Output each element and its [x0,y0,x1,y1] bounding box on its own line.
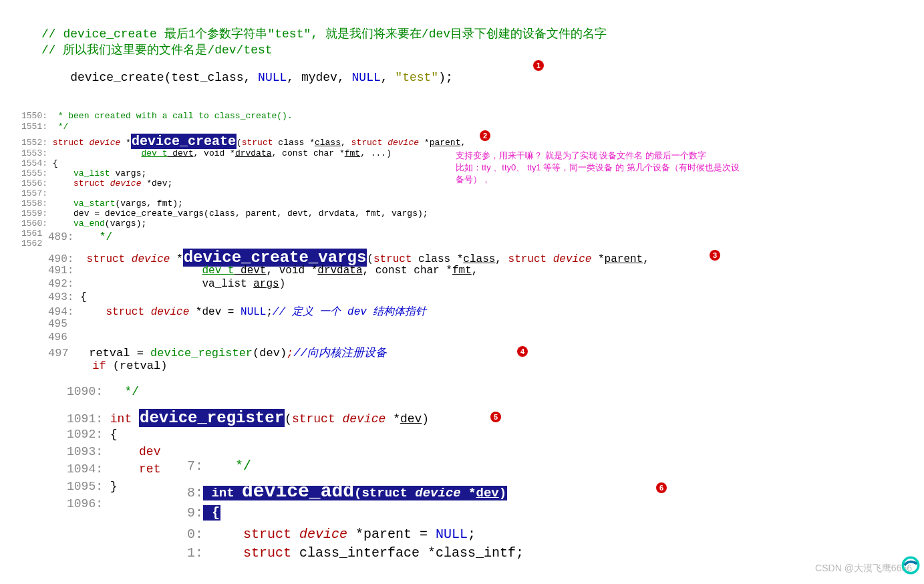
ln-b4-7: 7: */ [187,458,251,474]
code-article: // device_create 最后1个参数字符串"test", 就是我们将来… [0,0,924,584]
ln1091: 1091: int device_register(struct device … [67,409,429,427]
fn-device-create: device_create [131,134,237,149]
watermark: CSDN @大漠飞鹰6666 [815,563,912,575]
ln1553: 1553: dev_t devt, void *drvdata, const c… [21,148,392,158]
ln1090: 1090: */ [67,385,139,398]
ln1556: 1556: struct device *dev; [21,178,172,188]
fn-device-add: device_add [242,481,354,502]
ln1555: 1555: va_list vargs; [21,168,146,178]
ln1559: 1559: dev = device_create_vargs(class, p… [21,208,428,218]
edge-logo-icon [901,556,920,577]
ln1093: 1093: dev [67,445,160,458]
ln497: 497 retval = device_register(dev);//向内核注… [48,345,387,360]
ln-b4-9: 9: { [187,505,220,521]
ln489: 489: */ [48,231,112,243]
if-line: if (retval) [86,359,167,372]
ln-b4-11: 1: struct class_interface *class_intf; [187,545,524,561]
top-call: device_create(test_class, NULL, mydev, N… [41,57,453,98]
fn-device-register: device_register [139,409,285,427]
ln495: 495 [48,318,67,330]
ln491: 491: dev_t devt, void *drvdata, const ch… [48,265,478,277]
ln1096: 1096: [67,497,103,510]
ln1550: 1550: * been created with a call to clas… [21,111,293,121]
ln1094: 1094: ret [67,462,160,476]
ln1557: 1557: [21,188,47,198]
ln-b4-8: 8: int device_add(struct device *dev) [187,481,507,502]
badge-2: 2 [480,130,490,141]
ln1092: 1092: { [67,428,118,441]
ln496: 496 [48,331,67,343]
ln1558: 1558: va_start(vargs, fmt); [21,198,183,208]
ln-b4-10: 0: struct device *parent = NULL; [187,527,476,542]
annotation: 支持变参，用来干嘛？ 就是为了实现 设备文件名 的最后一个数字 比如：tty 、… [456,150,743,186]
ln493: 493: { [48,291,87,303]
ln494: 494: struct device *dev = NULL;// 定义 一个 … [48,305,427,319]
badge-3: 3 [710,250,720,261]
ln490: 490: struct device *device_create_vargs(… [48,249,649,267]
ln1095: 1095: } [67,480,118,493]
ln1560: 1560: va_end(vargs); [21,218,146,229]
badge-6: 6 [656,482,667,493]
fn-device-create-vargs: device_create_vargs [183,249,367,267]
ln1561: 1561 [21,229,42,239]
comment-1: // device_create 最后1个参数字符串"test", 就是我们将来… [41,25,607,41]
badge-4: 4 [517,346,528,357]
ln1554: 1554: { [21,158,58,168]
ln492: 492: va_list args) [48,278,285,290]
ln1551: 1551: */ [21,122,68,132]
ln1552: 1552: struct device *device_create(struc… [21,134,466,149]
badge-5: 5 [490,412,501,422]
ln1562: 1562 [21,239,42,249]
comment-2: // 所以我们这里要的文件名是/dev/test [41,41,273,57]
badge-1: 1 [533,60,544,71]
